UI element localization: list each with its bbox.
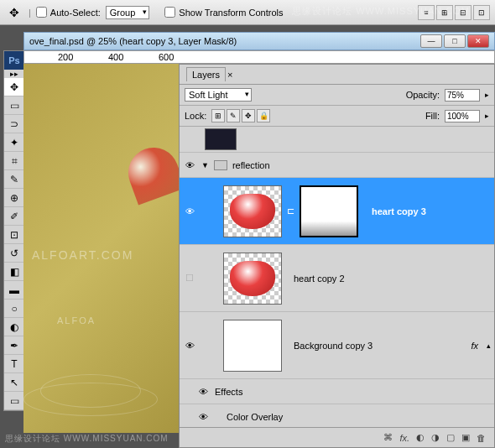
pen-tool[interactable]: ✒ [4, 336, 24, 355]
layer-thumbnail[interactable] [223, 253, 282, 305]
auto-select-dropdown[interactable]: Group [106, 6, 150, 19]
visibility-eye-icon[interactable]: 👁 [183, 339, 196, 352]
folder-icon [214, 160, 227, 170]
document-titlebar[interactable]: ove_final.psd @ 25% (heart copy 3, Layer… [23, 32, 495, 50]
photoshop-logo-icon: Ps [4, 51, 24, 70]
align-icon[interactable]: ≡ [418, 5, 435, 20]
lasso-tool[interactable]: ⊃ [4, 115, 24, 133]
align-icon[interactable]: ⊡ [473, 5, 490, 20]
ripple-artwork [23, 383, 158, 416]
ruler-mark: 400 [108, 52, 123, 62]
group-name[interactable]: reflection [232, 160, 270, 170]
new-group-icon[interactable]: ▢ [446, 432, 455, 443]
path-tool[interactable]: ↖ [4, 373, 24, 392]
mask-thumbnail[interactable] [300, 185, 358, 237]
effects-row[interactable]: 👁 Effects [180, 379, 494, 404]
ruler-mark: 200 [58, 52, 73, 62]
layer-style-icon[interactable]: fx. [399, 433, 409, 443]
layer-thumbnail[interactable] [223, 320, 282, 372]
maximize-button[interactable]: □ [444, 34, 466, 48]
wand-tool[interactable]: ✦ [4, 133, 24, 152]
layers-list: 👁 ▼ reflection 👁 ⊏ heart copy 3 ☐ heart … [180, 127, 494, 427]
collapse-triangle-icon[interactable]: ▼ [201, 161, 209, 169]
layer-row-selected[interactable]: 👁 ⊏ heart copy 3 [180, 178, 494, 245]
horizontal-ruler[interactable]: 200 400 600 [23, 50, 495, 64]
layer-row[interactable]: ☐ heart copy 2 [180, 245, 494, 312]
heart-artwork [128, 148, 179, 232]
layer-thumbnail[interactable] [205, 128, 237, 150]
visibility-eye-icon[interactable]: 👁 [183, 205, 196, 218]
move-tool[interactable]: ✥ [4, 78, 24, 96]
eraser-tool[interactable]: ◧ [4, 263, 24, 281]
adjustment-layer-icon[interactable]: ◑ [431, 432, 440, 443]
document-title: ove_final.psd @ 25% (heart copy 3, Layer… [29, 36, 420, 46]
expand-icon[interactable]: ▸▸ [4, 70, 24, 78]
visibility-eye-icon[interactable]: ☐ [183, 272, 196, 285]
show-transform-label: Show Transform Controls [179, 8, 283, 18]
opacity-flyout-icon[interactable]: ▸ [485, 91, 489, 99]
close-button[interactable]: ✕ [467, 34, 489, 48]
gradient-tool[interactable]: ▬ [4, 281, 24, 300]
blend-mode-dropdown[interactable]: Soft Light [185, 88, 252, 102]
visibility-eye-icon[interactable]: 👁 [196, 410, 210, 424]
move-tool-icon: ✥ [5, 3, 23, 22]
layer-name[interactable]: heart copy 3 [372, 206, 426, 216]
layer-row[interactable]: 👁 Background copy 3 fx ▴ [180, 312, 494, 379]
effect-item[interactable]: 👁 Color Overlay [180, 404, 494, 427]
dodge-tool[interactable]: ◐ [4, 318, 24, 336]
auto-select-checkbox[interactable]: Auto-Select: [36, 7, 101, 18]
crop-tool[interactable]: ⌗ [4, 152, 24, 170]
layers-tab[interactable]: Layers [186, 67, 226, 81]
layer-row[interactable] [180, 127, 494, 153]
fill-label: Fill: [425, 111, 440, 121]
lock-label: Lock: [185, 111, 206, 121]
lock-position-icon[interactable]: ✥ [242, 109, 255, 122]
fill-flyout-icon[interactable]: ▸ [485, 112, 489, 120]
stamp-tool[interactable]: ⊡ [4, 226, 24, 244]
eyedropper-tool[interactable]: ✎ [4, 170, 24, 189]
auto-select-label: Auto-Select: [50, 8, 101, 18]
fx-badge[interactable]: fx [471, 341, 478, 351]
divider: | [29, 8, 31, 18]
lock-transparency-icon[interactable]: ⊞ [211, 109, 225, 122]
layer-mask-icon[interactable]: ◐ [416, 432, 425, 443]
layers-panel-footer: ⌘ fx. ◐ ◑ ▢ ▣ 🗑 [180, 427, 494, 447]
delete-layer-icon[interactable]: 🗑 [477, 433, 486, 443]
opacity-label: Opacity: [406, 90, 440, 100]
brush-tool[interactable]: ✐ [4, 207, 24, 226]
toolbox: Ps ▸▸ ✥ ▭ ⊃ ✦ ⌗ ✎ ⊕ ✐ ⊡ ↺ ◧ ▬ ○ ◐ ✒ T ↖ … [3, 50, 25, 411]
mask-link-icon[interactable]: ⊏ [287, 206, 294, 216]
new-layer-icon[interactable]: ▣ [461, 432, 470, 443]
shape-tool[interactable]: ▭ [4, 392, 24, 410]
show-transform-checkbox[interactable]: Show Transform Controls [164, 7, 283, 18]
opacity-input[interactable] [445, 89, 480, 102]
fill-input[interactable] [445, 110, 480, 122]
marquee-tool[interactable]: ▭ [4, 96, 24, 115]
canvas-watermark: ALFOA [57, 315, 96, 326]
type-tool[interactable]: T [4, 355, 24, 373]
layers-panel: Layers × Soft Light Opacity: ▸ Lock: ⊞ ✎… [179, 64, 495, 448]
layer-group-row[interactable]: 👁 ▼ reflection [180, 153, 494, 178]
layer-thumbnail[interactable] [223, 185, 282, 237]
history-brush-tool[interactable]: ↺ [4, 244, 24, 263]
effect-name: Color Overlay [227, 412, 283, 422]
healing-tool[interactable]: ⊕ [4, 189, 24, 207]
ruler-mark: 600 [159, 52, 174, 62]
visibility-eye-icon[interactable]: 👁 [196, 385, 210, 399]
document-canvas[interactable]: ALFOART.COM ALFOA [23, 64, 179, 433]
fx-collapse-icon[interactable]: ▴ [487, 341, 491, 350]
visibility-eye-icon[interactable]: 👁 [183, 159, 196, 172]
align-icon[interactable]: ⊟ [455, 5, 472, 20]
align-icon[interactable]: ⊞ [436, 5, 453, 20]
layer-name[interactable]: heart copy 2 [294, 273, 345, 284]
effects-label: Effects [215, 387, 242, 397]
watermark-text: 思缘设计论坛 WWW.MISSYUAN.COM [5, 433, 169, 445]
layer-name[interactable]: Background copy 3 [294, 341, 373, 351]
lock-image-icon[interactable]: ✎ [227, 109, 240, 122]
close-tab-icon[interactable]: × [227, 70, 232, 80]
link-layers-icon[interactable]: ⌘ [383, 432, 393, 443]
minimize-button[interactable]: — [420, 34, 442, 48]
lock-all-icon[interactable]: 🔒 [257, 109, 270, 122]
blur-tool[interactable]: ○ [4, 300, 24, 318]
canvas-watermark: ALFOART.COM [32, 248, 133, 262]
